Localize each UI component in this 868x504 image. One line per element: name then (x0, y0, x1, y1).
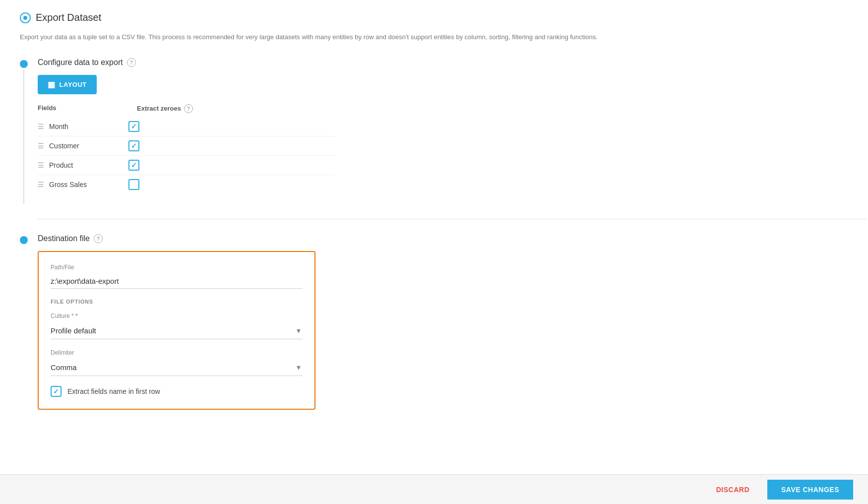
extract-fields-label: Extract fields name in first row (67, 387, 160, 395)
path-group: Path/File (51, 264, 303, 289)
path-label: Path/File (51, 264, 303, 271)
destination-help-icon[interactable]: ? (94, 234, 103, 243)
field-name: Customer (49, 142, 128, 150)
delimiter-select-wrapper: Comma Semicolon Tab Pipe ▾ (51, 359, 303, 376)
field-name: Gross Sales (49, 181, 128, 189)
save-button[interactable]: SAVE CHANGES (767, 480, 853, 500)
destination-box: Path/File FILE OPTIONS Culture * Profile… (38, 251, 315, 410)
customer-checkbox[interactable] (128, 140, 139, 151)
product-checkbox[interactable] (128, 160, 139, 171)
culture-select[interactable]: Profile default English (US) French (Fra… (51, 322, 303, 339)
fields-table: Fields Extract zeroes ? ☰ Month ☰ Custom… (38, 104, 335, 194)
layout-button[interactable]: ▦ LAYOUT (38, 75, 97, 94)
configure-step-line (23, 70, 24, 204)
destination-step (20, 234, 28, 420)
configure-title: Configure data to export ? (38, 58, 848, 67)
fields-header: Fields Extract zeroes ? (38, 104, 335, 113)
configure-section: Configure data to export ? ▦ LAYOUT Fiel… (20, 58, 848, 204)
footer: DISCARD SAVE CHANGES (0, 474, 868, 504)
extract-fields-checkbox[interactable] (51, 386, 62, 397)
layout-icon: ▦ (48, 80, 56, 89)
gross-sales-checkbox[interactable] (128, 179, 139, 190)
culture-label: Culture * (51, 313, 303, 319)
drag-icon: ☰ (38, 161, 44, 169)
culture-select-wrapper: Profile default English (US) French (Fra… (51, 322, 303, 339)
delimiter-group: Delimiter Comma Semicolon Tab Pipe ▾ (51, 349, 303, 376)
table-row: ☰ Product (38, 156, 335, 175)
drag-icon: ☰ (38, 181, 44, 189)
drag-icon: ☰ (38, 123, 44, 130)
culture-group: Culture * Profile default English (US) F… (51, 313, 303, 339)
destination-step-dot (20, 236, 28, 244)
destination-body: Destination file ? Path/File FILE OPTION… (38, 234, 848, 420)
path-input[interactable] (51, 274, 303, 289)
month-checkbox[interactable] (128, 121, 139, 132)
export-dataset-icon (20, 12, 31, 23)
configure-step-dot (20, 60, 28, 68)
drag-icon: ☰ (38, 142, 44, 150)
page-description: Export your data as a tuple set to a CSV… (20, 32, 848, 42)
table-row: ☰ Customer (38, 136, 335, 156)
extract-zeroes-help-icon[interactable]: ? (184, 104, 193, 113)
extract-fields-row: Extract fields name in first row (51, 386, 303, 397)
destination-section: Destination file ? Path/File FILE OPTION… (20, 234, 848, 420)
field-name: Product (49, 161, 128, 169)
table-row: ☰ Month (38, 117, 335, 136)
delimiter-select[interactable]: Comma Semicolon Tab Pipe (51, 359, 303, 376)
page-header: Export Dataset (20, 12, 848, 23)
table-row: ☰ Gross Sales (38, 175, 335, 194)
delimiter-label: Delimiter (51, 349, 303, 356)
extract-zeroes-column-header: Extract zeroes ? (137, 104, 193, 113)
field-name: Month (49, 123, 128, 130)
configure-body: Configure data to export ? ▦ LAYOUT Fiel… (38, 58, 848, 204)
configure-help-icon[interactable]: ? (127, 58, 136, 67)
file-options-label: FILE OPTIONS (51, 299, 303, 305)
section-divider (38, 219, 866, 219)
configure-step (20, 58, 28, 204)
fields-column-header: Fields (38, 104, 137, 113)
destination-title: Destination file ? (38, 234, 848, 243)
page-title: Export Dataset (36, 12, 101, 23)
discard-button[interactable]: DISCARD (708, 482, 757, 498)
